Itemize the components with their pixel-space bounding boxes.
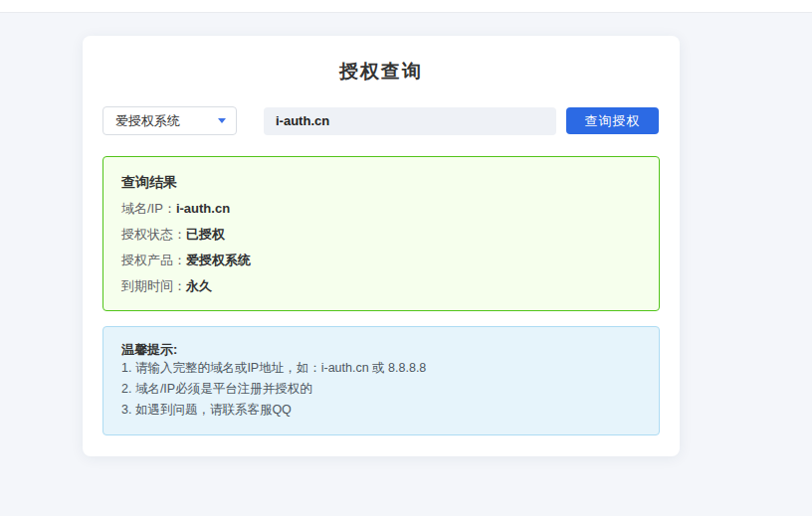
product-select[interactable]: 爱授权系统 <box>102 106 237 135</box>
result-label: 到期时间： <box>121 278 186 293</box>
domain-input[interactable] <box>264 107 556 135</box>
query-button[interactable]: 查询授权 <box>566 107 659 134</box>
chevron-down-icon <box>218 118 226 123</box>
result-row-status: 授权状态：已授权 <box>121 226 641 243</box>
result-label: 授权产品： <box>121 253 186 267</box>
page-background: 授权查询 爱授权系统 查询授权 查询结果 域名/IP：i-auth.cn 授权状… <box>0 13 812 456</box>
result-label: 域名/IP： <box>121 201 176 216</box>
result-heading: 查询结果 <box>121 173 641 191</box>
query-result-box: 查询结果 域名/IP：i-auth.cn 授权状态：已授权 授权产品：爱授权系统… <box>102 156 660 311</box>
page-title: 授权查询 <box>102 61 660 82</box>
result-row-expiry: 到期时间：永久 <box>121 277 641 294</box>
result-row-domain: 域名/IP：i-auth.cn <box>121 200 641 217</box>
tip-item-3: 3. 如遇到问题，请联系客服QQ <box>121 400 641 421</box>
result-row-product: 授权产品：爱授权系统 <box>121 252 641 268</box>
result-label: 授权状态： <box>121 227 186 242</box>
result-value: i-auth.cn <box>176 201 230 216</box>
tips-box: 温馨提示: 1. 请输入完整的域名或IP地址，如：i-auth.cn 或 8.8… <box>102 326 660 435</box>
result-value: 已授权 <box>186 227 225 242</box>
query-form: 爱授权系统 查询授权 <box>102 106 660 135</box>
product-select-value: 爱授权系统 <box>115 112 180 130</box>
top-bar <box>0 0 812 13</box>
tips-heading: 温馨提示: <box>121 341 641 358</box>
tip-item-2: 2. 域名/IP必须是平台注册并授权的 <box>121 379 641 400</box>
result-value: 爱授权系统 <box>186 253 251 267</box>
auth-query-card: 授权查询 爱授权系统 查询授权 查询结果 域名/IP：i-auth.cn 授权状… <box>83 36 680 456</box>
result-value: 永久 <box>186 278 212 293</box>
tip-item-1: 1. 请输入完整的域名或IP地址，如：i-auth.cn 或 8.8.8.8 <box>121 358 641 379</box>
